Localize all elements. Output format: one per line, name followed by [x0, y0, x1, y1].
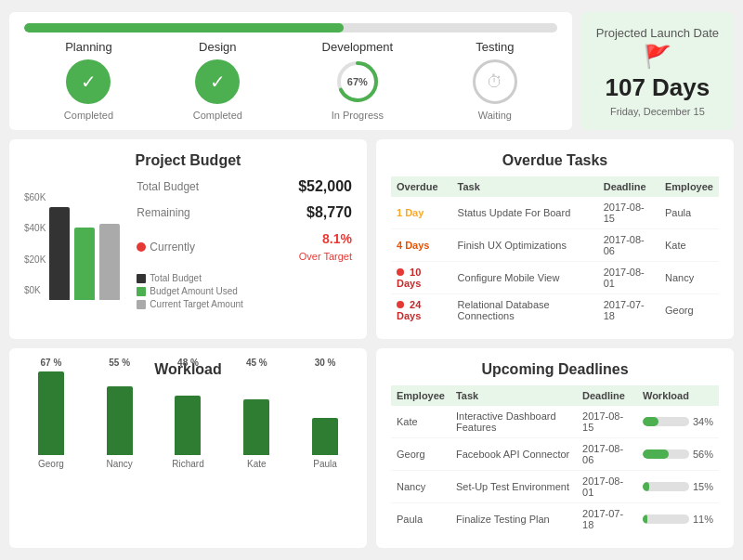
stat-currently: Currently 8.1% Over Target	[137, 230, 352, 264]
legend-dot-target	[137, 300, 146, 309]
workload-pct-text: 56%	[693, 449, 713, 460]
dl-workload: 56%	[637, 438, 719, 471]
overdue-row: 1 Day Status Update For Board 2017-08-15…	[391, 197, 719, 229]
budget-stats: Total Budget $52,000 Remaining $8,770 Cu…	[129, 178, 352, 309]
workload-percent: 67 %	[41, 358, 62, 368]
workload-pct-text: 34%	[693, 416, 713, 427]
progress-pill-fill	[643, 449, 669, 459]
workload-bar-wrap: 30 % Paula	[298, 358, 352, 469]
phase-development-pct: 67%	[347, 76, 368, 87]
dl-task: Set-Up Test Environment	[450, 471, 577, 503]
workload-bar-wrap: 67 % Georg	[24, 358, 78, 469]
workload-name: Georg	[38, 459, 64, 469]
workload-bar-container	[243, 371, 269, 455]
overdue-row: 24 Days Relational Database Connections …	[391, 294, 719, 327]
stat-total: Total Budget $52,000	[137, 178, 352, 195]
overdue-card: Overdue Tasks Overdue Task Deadline Empl…	[376, 139, 734, 339]
bar-label-60k: $60K	[24, 192, 46, 202]
dl-task: Interactive Dashboard Features	[450, 406, 577, 438]
workload-name: Kate	[247, 459, 267, 469]
phase-testing-icon: ⏱	[473, 59, 517, 104]
top-section: Planning ✓ Completed Design ✓ Completed …	[9, 12, 734, 130]
overdue-task: Finish UX Optimizations	[452, 229, 598, 262]
legend-dot-used	[137, 287, 146, 296]
progress-pill	[643, 449, 689, 459]
dl-employee: Paula	[391, 503, 450, 536]
stat-total-label: Total Budget	[137, 180, 199, 193]
workload-pct-text: 15%	[693, 481, 713, 492]
stat-pct-value: 8.1%	[322, 231, 352, 246]
currently-dot	[137, 242, 146, 252]
overdue-employee: Kate	[659, 229, 719, 262]
deadlines-table: Employee Task Deadline Workload Kate Int…	[391, 385, 719, 535]
phase-planning-status: Completed	[64, 110, 113, 121]
dl-col-task: Task	[450, 385, 577, 406]
progress-pill-fill	[643, 482, 650, 491]
overdue-col-employee: Employee	[659, 176, 719, 197]
budget-bars	[49, 189, 120, 300]
workload-bar-inner	[38, 371, 64, 455]
deadlines-title: Upcoming Deadlines	[391, 361, 719, 378]
overdue-days-text: 4 Days	[397, 240, 429, 251]
overdue-col-deadline: Deadline	[598, 176, 659, 197]
workload-name: Paula	[313, 459, 337, 469]
workload-cell: 11%	[643, 514, 713, 525]
workload-bar-container	[38, 371, 64, 455]
overdue-days: 1 Day	[391, 197, 452, 229]
progress-pill-fill	[643, 417, 658, 426]
dashboard: Planning ✓ Completed Design ✓ Completed …	[9, 12, 734, 548]
stat-remaining-value: $8,770	[306, 204, 352, 221]
bottom-section: Workload 67 % Georg 55 % Nancy 48 % Rich…	[9, 348, 734, 548]
phase-development-icon: 67%	[335, 59, 380, 104]
middle-section: Project Budget $60K $40K $20K $0K	[9, 139, 734, 339]
workload-bar-wrap: 55 % Nancy	[93, 358, 147, 469]
phases: Planning ✓ Completed Design ✓ Completed …	[24, 40, 557, 121]
phase-testing-name: Testing	[476, 40, 514, 54]
dl-deadline: 2017-08-06	[577, 438, 637, 471]
workload-bar-inner	[175, 396, 201, 455]
legend-target: Current Target Amount	[137, 299, 352, 309]
red-dot	[397, 301, 404, 308]
progress-bar-fill	[24, 23, 344, 33]
overdue-employee: Georg	[659, 294, 719, 327]
phase-testing-status: Waiting	[478, 110, 512, 121]
flag-icon: 🚩	[644, 44, 671, 70]
workload-bar-inner	[312, 418, 338, 455]
progress-bar	[24, 23, 557, 33]
bar-label-20k: $20K	[24, 254, 46, 265]
workload-bar-container	[312, 371, 338, 455]
progress-pill	[643, 417, 689, 426]
phase-planning-icon: ✓	[66, 59, 111, 104]
overdue-employee: Paula	[659, 197, 719, 229]
deadline-row: Paula Finalize Testing Plan 2017-07-18 1…	[391, 503, 719, 536]
stat-remaining: Remaining $8,770	[137, 204, 352, 221]
red-dot	[397, 268, 404, 276]
budget-legend: Total Budget Budget Amount Used Current …	[137, 273, 352, 309]
legend-used: Budget Amount Used	[137, 286, 352, 296]
overdue-employee: Nancy	[659, 262, 719, 294]
progress-phases: Planning ✓ Completed Design ✓ Completed …	[9, 12, 572, 130]
bar-label-40k: $40K	[24, 223, 46, 233]
phase-planning-name: Planning	[65, 40, 112, 54]
dl-deadline: 2017-08-15	[577, 406, 637, 438]
overdue-task: Configure Mobile View	[452, 262, 598, 294]
overdue-deadline: 2017-07-18	[598, 294, 659, 327]
bar-total	[49, 207, 70, 300]
workload-bar-container	[175, 371, 201, 455]
overdue-row: 10 Days Configure Mobile View 2017-08-01…	[391, 262, 719, 294]
deadline-row: Kate Interactive Dashboard Features 2017…	[391, 406, 719, 438]
dl-employee: Nancy	[391, 471, 450, 503]
legend-label-total: Total Budget	[150, 273, 202, 283]
workload-percent: 45 %	[246, 358, 267, 368]
dl-workload: 11%	[637, 503, 719, 536]
legend-total: Total Budget	[137, 273, 352, 283]
overdue-deadline: 2017-08-06	[598, 229, 659, 262]
launch-date-title: Projected Launch Date	[596, 26, 719, 40]
legend-label-target: Current Target Amount	[150, 299, 242, 309]
overdue-col-overdue: Overdue	[391, 176, 452, 197]
progress-pill	[643, 514, 689, 524]
workload-bar-inner	[107, 386, 133, 455]
phase-development-status: In Progress	[332, 110, 384, 121]
workload-cell: 56%	[643, 449, 713, 460]
workload-name: Richard	[172, 459, 203, 469]
